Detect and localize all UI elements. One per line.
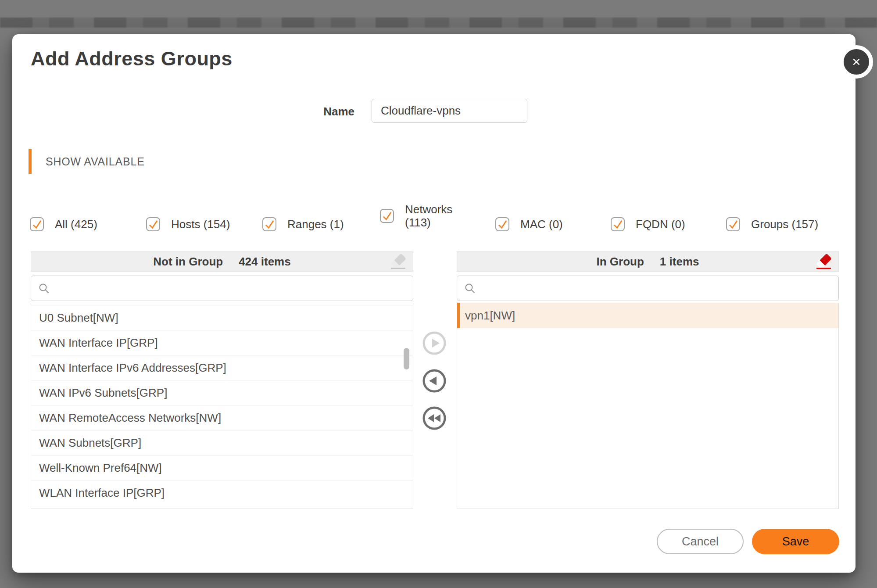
close-icon <box>851 56 862 68</box>
eraser-body <box>816 253 832 269</box>
in-group-searchbox <box>457 276 839 301</box>
dialog-title: Add Address Groups <box>31 47 233 70</box>
filter-checkbox-mac[interactable]: MAC (0) <box>495 211 563 237</box>
filter-label: Ranges (1) <box>287 218 344 231</box>
filter-label: MAC (0) <box>520 218 563 231</box>
eraser-line <box>391 268 405 269</box>
save-button[interactable]: Save <box>752 529 839 554</box>
filter-checkbox-hosts[interactable]: Hosts (154) <box>146 211 230 237</box>
checkbox <box>611 217 625 231</box>
close-button[interactable] <box>840 45 873 79</box>
in-group-header: In Group 1 items <box>457 251 839 272</box>
filter-checkbox-ranges[interactable]: Ranges (1) <box>262 211 344 237</box>
checkbox <box>262 217 276 231</box>
scrollbar-thumb[interactable] <box>404 348 409 369</box>
clear-selection-icon[interactable] <box>390 254 407 269</box>
checkbox <box>30 217 44 231</box>
move-all-left-button[interactable] <box>422 406 446 430</box>
name-label: Name <box>276 104 354 118</box>
cancel-button[interactable]: Cancel <box>657 529 744 554</box>
list-item[interactable]: WAN RemoteAccess Networks[NW] <box>31 405 413 430</box>
not-in-group-searchbox <box>31 276 413 301</box>
in-group-search-input[interactable] <box>480 276 831 301</box>
list-item[interactable]: WAN Subnets[GRP] <box>31 430 413 455</box>
eraser-line <box>816 268 831 269</box>
not-in-group-list: U0 Subnet[NW]WAN Interface IP[GRP]WAN In… <box>31 303 413 509</box>
list-item[interactable]: WAN Interface IP[GRP] <box>31 330 413 355</box>
checkbox <box>495 217 509 231</box>
check-icon <box>147 219 159 230</box>
in-group-count: 1 items <box>660 255 699 269</box>
filter-checkbox-fqdn[interactable]: FQDN (0) <box>611 211 685 237</box>
not-in-group-panel: Not in Group 424 items U0 Subnet[NW]WAN … <box>31 251 413 509</box>
filter-label: Hosts (154) <box>171 218 230 231</box>
arrow-left-icon <box>422 369 446 393</box>
section-accent-bar <box>29 149 32 174</box>
in-group-title: In Group <box>597 255 644 269</box>
filter-checkbox-groups[interactable]: Groups (157) <box>726 211 818 237</box>
search-icon <box>464 283 476 294</box>
not-in-group-title: Not in Group <box>153 255 223 269</box>
list-item[interactable]: U0 Subnet[NW] <box>31 305 413 330</box>
check-icon <box>612 219 623 230</box>
in-group-panel: In Group 1 items vpn1[NW] <box>457 251 839 509</box>
filter-label: Networks(113) <box>405 203 452 229</box>
check-icon <box>264 219 275 230</box>
checkbox <box>380 209 394 223</box>
not-in-group-header: Not in Group 424 items <box>31 251 413 272</box>
double-arrow-left-icon <box>422 406 446 430</box>
list-item-selected[interactable]: vpn1[NW] <box>457 303 838 328</box>
check-icon <box>381 210 393 222</box>
list-item[interactable]: WLAN Interface IP[GRP] <box>31 480 413 506</box>
checkbox <box>726 217 740 231</box>
in-group-list: vpn1[NW] <box>457 303 839 509</box>
not-in-group-search-input[interactable] <box>54 276 406 301</box>
move-right-button[interactable] <box>422 331 446 355</box>
check-icon <box>31 219 43 230</box>
filter-checkbox-networks[interactable]: Networks(113) <box>380 202 452 230</box>
background-dimmed-content <box>0 18 877 28</box>
list-item[interactable]: WAN Interface IPv6 Addresses[GRP] <box>31 355 413 380</box>
list-item[interactable]: WAN IPv6 Subnets[GRP] <box>31 380 413 405</box>
checkbox <box>146 217 160 231</box>
filter-checkbox-all[interactable]: All (425) <box>30 211 97 237</box>
show-available-heading: SHOW AVAILABLE <box>46 155 145 168</box>
check-icon <box>497 219 508 230</box>
filter-label: Groups (157) <box>751 218 818 231</box>
filter-label: All (425) <box>55 218 97 231</box>
arrow-right-icon <box>422 331 446 355</box>
check-icon <box>727 219 739 230</box>
list-item[interactable]: Well-Known Pref64[NW] <box>31 455 413 480</box>
search-icon <box>38 283 50 294</box>
add-address-groups-dialog: Add Address Groups Name SHOW AVAILABLE A… <box>12 34 856 573</box>
eraser-body <box>390 253 406 269</box>
not-in-group-count: 424 items <box>239 255 291 269</box>
move-left-button[interactable] <box>422 369 446 393</box>
group-name-input[interactable] <box>372 99 527 123</box>
remove-all-icon[interactable] <box>815 254 833 269</box>
modal-backdrop: Add Address Groups Name SHOW AVAILABLE A… <box>0 0 877 588</box>
filter-label: FQDN (0) <box>636 218 685 231</box>
